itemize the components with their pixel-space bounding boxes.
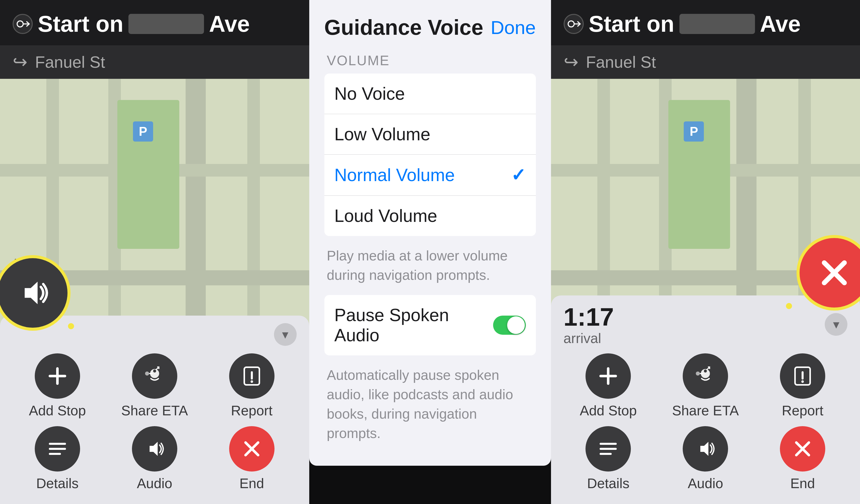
media-desc: Play media at a lower volume during navi… (324, 246, 536, 295)
left-add-stop-btn[interactable] (35, 354, 80, 399)
left-details-btn[interactable] (35, 426, 80, 472)
normal-volume-checkmark: ✓ (511, 165, 526, 185)
left-add-stop-label: Add Stop (29, 403, 86, 419)
right-end-label: End (790, 475, 815, 491)
modal-panel: Guidance Voice Done VOLUME No Voice Low … (309, 0, 551, 504)
left-share-eta-label: Share ETA (121, 403, 188, 419)
svg-point-5 (145, 372, 149, 376)
modal-top-bar: Guidance Voice Done (324, 15, 536, 40)
right-audio-btn[interactable] (683, 426, 728, 472)
right-end-highlight-wrap: End (818, 235, 850, 255)
right-panel: Start on Ave ↩ Fanuel St P 1:17 arrival … (551, 0, 860, 504)
left-sub-nav-street: Fanuel St (35, 53, 105, 72)
volume-section-label: VOLUME (324, 53, 536, 69)
right-collapse-btn[interactable]: ▾ (825, 313, 847, 336)
guidance-voice-sheet: Guidance Voice Done VOLUME No Voice Low … (309, 0, 551, 466)
left-back-arrow-icon: ↩ (13, 52, 27, 72)
left-report-btn[interactable] (229, 354, 274, 399)
svg-point-6 (153, 370, 156, 373)
right-end-wrap: End (758, 426, 847, 491)
pause-audio-toggle[interactable] (493, 316, 526, 335)
svg-point-10 (250, 380, 253, 383)
right-btn-row2: Details Audio (563, 426, 848, 491)
left-end-label: End (240, 475, 264, 491)
left-collapse-btn[interactable]: ▾ (274, 323, 297, 346)
left-nav-title: Start on Ave (38, 11, 250, 37)
right-sub-nav-street: Fanuel St (586, 53, 656, 72)
no-voice-item[interactable]: No Voice (324, 74, 536, 114)
pause-audio-label: Pause Spoken Audio (334, 305, 493, 345)
right-add-stop-label: Add Stop (580, 403, 636, 419)
svg-point-23 (696, 372, 700, 376)
right-end-btn[interactable] (780, 426, 825, 472)
right-audio-label: Audio (688, 475, 723, 491)
right-nav-title: Start on Ave (589, 11, 801, 37)
svg-point-24 (704, 370, 707, 373)
left-sub-nav: ↩ Fanuel St (0, 45, 309, 79)
right-arrival-time: 1:17 (563, 303, 614, 331)
left-audio-large-btn[interactable] (0, 255, 71, 331)
right-report-wrap: Report (758, 354, 847, 419)
modal-done-btn[interactable]: Done (490, 17, 536, 38)
toggle-knob (507, 316, 525, 334)
right-details-wrap: Details (563, 426, 653, 491)
left-audio-btn[interactable] (132, 426, 177, 472)
left-details-wrap: Details (13, 426, 102, 491)
pause-audio-list: Pause Spoken Audio (324, 295, 536, 356)
left-report-wrap: Report (207, 354, 297, 419)
right-add-stop-btn[interactable] (586, 354, 631, 399)
svg-point-16 (568, 21, 574, 27)
left-blurred-street (128, 14, 204, 34)
right-arrival-label: arrival (563, 331, 614, 346)
left-audio-wrap: Audio (110, 426, 199, 491)
right-details-label: Details (587, 475, 629, 491)
right-yellow-dot (786, 303, 792, 309)
right-blurred-street (679, 14, 755, 34)
normal-volume-item[interactable]: Normal Volume ✓ (324, 155, 536, 196)
left-end-btn[interactable] (229, 426, 274, 472)
left-share-eta-btn[interactable] (132, 354, 177, 399)
left-yellow-dot (68, 323, 74, 329)
pause-audio-item: Pause Spoken Audio (324, 295, 536, 356)
right-sub-nav: ↩ Fanuel St (551, 45, 860, 79)
svg-line-25 (707, 368, 710, 370)
left-nav-bar: Start on Ave (0, 0, 309, 45)
right-audio-wrap: Audio (661, 426, 750, 491)
loud-volume-item[interactable]: Loud Volume (324, 196, 536, 236)
left-control-panel: ▾ Audio (0, 316, 309, 504)
left-report-label: Report (231, 403, 272, 419)
svg-point-28 (801, 380, 804, 383)
right-back-arrow-icon: ↩ (563, 52, 578, 72)
right-add-stop-wrap: Add Stop (563, 354, 653, 419)
right-details-btn[interactable] (586, 426, 631, 472)
left-btn-row1: Add Stop Share ETA (13, 354, 297, 419)
right-share-eta-label: Share ETA (672, 403, 739, 419)
left-nav-icon (13, 14, 33, 34)
left-audio-label: Audio (137, 475, 172, 491)
left-panel: Start on Ave ↩ Fanuel St P ▾ (0, 0, 309, 504)
right-arrival-info: 1:17 arrival (563, 303, 614, 346)
right-share-eta-wrap: Share ETA (661, 354, 750, 419)
modal-title: Guidance Voice (324, 15, 483, 40)
svg-line-7 (156, 368, 159, 370)
left-add-stop-wrap: Add Stop (13, 354, 102, 419)
right-btn-row1: Add Stop Share ETA (563, 354, 848, 419)
pause-audio-desc: Automatically pause spoken audio, like p… (324, 365, 536, 453)
right-nav-bar: Start on Ave (551, 0, 860, 45)
right-report-btn[interactable] (780, 354, 825, 399)
volume-options-list: No Voice Low Volume Normal Volume ✓ Loud… (324, 74, 536, 236)
right-report-label: Report (782, 403, 823, 419)
low-volume-item[interactable]: Low Volume (324, 114, 536, 155)
right-control-panel: 1:17 arrival ▾ End (551, 296, 860, 504)
left-share-eta-wrap: Share ETA (110, 354, 199, 419)
svg-point-0 (17, 21, 23, 27)
right-share-eta-btn[interactable] (683, 354, 728, 399)
left-details-label: Details (36, 475, 78, 491)
left-end-wrap: End (207, 426, 297, 491)
right-nav-icon (563, 14, 584, 34)
left-btn-row2: Details Audio (13, 426, 297, 491)
left-audio-highlight-wrap: Audio (10, 255, 55, 275)
